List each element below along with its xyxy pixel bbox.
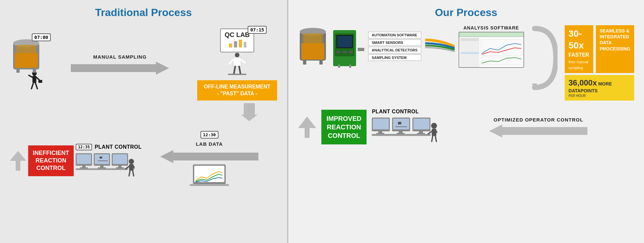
svg-rect-35 [100, 166, 104, 167]
stat-faster-label: FASTER [569, 52, 589, 59]
svg-rect-70 [461, 47, 479, 49]
inefficient-box: INEFFICIENTREACTIONCONTROL [28, 145, 74, 176]
clock3: 12:35 [76, 144, 92, 150]
svg-line-47 [133, 171, 134, 176]
svg-rect-19 [233, 57, 241, 66]
left-monitor-group: 12:35 PLANT CONTROL [76, 144, 142, 178]
stat-faster-sub: than manualsampling [569, 60, 589, 70]
svg-rect-61 [337, 36, 352, 47]
svg-rect-28 [77, 154, 91, 164]
stat-datapoints-sub: PER HOUR [569, 94, 630, 98]
our-plant-label: PLANT CONTROL [372, 109, 437, 115]
svg-rect-72 [461, 52, 479, 54]
flow-lines-container [425, 35, 455, 59]
sensor-row-2: SMART SENSORS [368, 39, 421, 46]
clock2: 07:15 [248, 26, 267, 34]
svg-rect-39 [118, 166, 122, 167]
svg-rect-90 [419, 131, 423, 133]
svg-rect-74 [481, 39, 522, 56]
svg-marker-25 [241, 103, 257, 121]
clock1: 07:00 [32, 33, 51, 41]
monitors-svg [76, 152, 135, 178]
svg-line-98 [435, 136, 436, 141]
svg-point-93 [431, 123, 437, 129]
svg-rect-50 [194, 166, 224, 182]
qc-board: QC LAB 07:15 [220, 28, 255, 52]
sensor-row-4: SAMPLING SYSTEM [368, 54, 421, 61]
svg-rect-80 [378, 131, 382, 133]
improved-label: IMPROVEDREACTIONCONTROL [327, 115, 362, 139]
svg-rect-94 [432, 129, 436, 136]
flow-lines-svg [425, 35, 455, 58]
lab-person [227, 52, 247, 77]
svg-line-23 [239, 66, 240, 74]
svg-line-12 [35, 83, 37, 89]
analysis-label: ANALYSIS SOFTWARE [464, 25, 519, 30]
up-arrow-svg [10, 151, 26, 171]
lab-data-content: 12:30 LAB DATA [160, 131, 258, 191]
svg-rect-68 [461, 42, 479, 44]
svg-marker-13 [71, 62, 169, 75]
svg-rect-24 [228, 74, 246, 75]
svg-rect-86 [399, 131, 403, 133]
svg-rect-71 [461, 49, 479, 51]
svg-rect-2 [15, 53, 38, 68]
svg-rect-3 [16, 45, 36, 53]
screen-right-col [480, 38, 523, 67]
svg-rect-29 [82, 166, 85, 167]
tank-container: 07:00 [10, 37, 43, 92]
down-arrow-container [10, 103, 257, 121]
bottom-row: INEFFICIENTREACTIONCONTROL 12:35 PLANT C… [10, 131, 277, 191]
offline-label: OFF-LINE MEASUREMENT- "PAST" DATA - [204, 84, 271, 96]
sensor-row-1: AUTOMATION SOFTWARE [368, 32, 421, 38]
clock-plant-row: 12:35 PLANT CONTROL [76, 144, 142, 150]
svg-rect-89 [413, 119, 429, 129]
stat-datapoints-num: 36,000x [569, 78, 597, 87]
svg-rect-14 [229, 44, 232, 47]
svg-rect-43 [129, 164, 134, 171]
svg-rect-36 [98, 167, 106, 168]
svg-rect-66 [349, 65, 351, 68]
analysis-container: ANALYSIS SOFTWARE [459, 25, 524, 68]
svg-line-45 [134, 166, 135, 170]
svg-rect-51 [190, 184, 229, 186]
curved-arrow-svg [531, 25, 558, 91]
our-bottom-row: IMPROVEDREACTIONCONTROL PLANT CONTROL [298, 109, 634, 145]
svg-rect-30 [80, 167, 88, 168]
stat-faster-box: 30-50x FASTER than manualsampling [565, 25, 593, 73]
stat-faster-num: 30-50x [569, 28, 589, 52]
right-arrow-svg [46, 62, 194, 75]
top-row: 07:00 [10, 28, 277, 101]
svg-line-46 [129, 171, 130, 176]
plant-label: PLANT CONTROL [95, 144, 142, 150]
our-process-panel: Our Process [288, 0, 644, 243]
sensor-row-3: ANALYTICAL DETECTORS [368, 47, 421, 53]
green-machine-svg [331, 28, 358, 68]
svg-rect-17 [244, 42, 246, 47]
svg-line-97 [432, 136, 433, 141]
screen-left-col [460, 38, 480, 67]
svg-line-21 [241, 60, 245, 63]
traditional-panel: Traditional Process 07:00 [0, 0, 288, 243]
svg-rect-75 [481, 57, 522, 65]
our-process-content: AUTOMATION SOFTWARE SMART SENSORS ANALYT… [298, 25, 634, 236]
our-tank-svg [298, 25, 328, 65]
lab-data-label: LAB DATA [196, 141, 223, 147]
svg-rect-63 [343, 51, 347, 53]
svg-rect-87 [397, 133, 405, 134]
svg-line-95 [428, 131, 432, 134]
traditional-content: 07:00 [10, 25, 277, 236]
manual-sampling-label: MANUAL SAMPLING [93, 54, 147, 60]
our-up-arrow [298, 117, 316, 138]
svg-rect-38 [113, 154, 127, 164]
our-top-row: AUTOMATION SOFTWARE SMART SENSORS ANALYT… [298, 25, 634, 101]
svg-rect-81 [376, 133, 384, 134]
our-process-title: Our Process [435, 7, 497, 19]
qc-chart [227, 39, 247, 48]
stat-seamless-box: SEAMLESS & INTEGRATED DATA PROCESSING [596, 25, 634, 73]
stats-container: 30-50x FASTER than manualsampling SEAMLE… [565, 25, 634, 101]
svg-rect-64 [349, 51, 353, 53]
svg-rect-5 [33, 68, 36, 73]
svg-rect-67 [461, 38, 479, 41]
svg-rect-4 [16, 68, 20, 73]
